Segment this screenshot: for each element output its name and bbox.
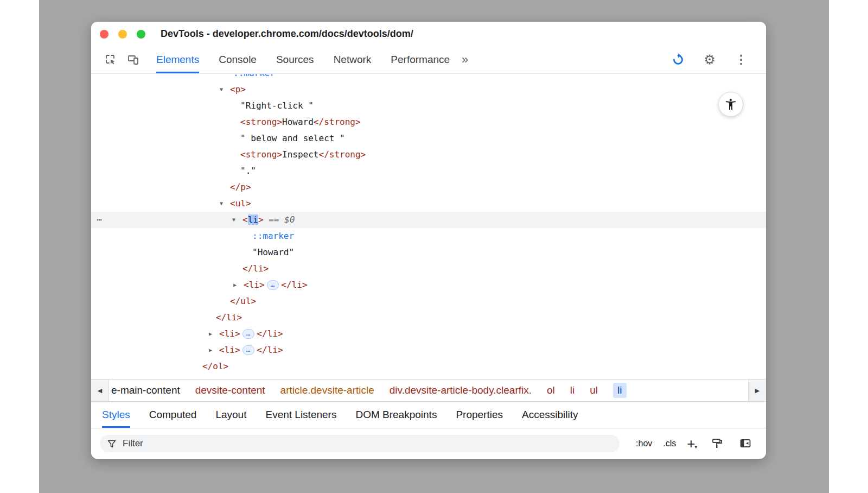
close-button[interactable] [100,30,108,39]
collapsed-content-pill[interactable]: … [242,345,255,355]
dom-tree-row[interactable]: ▶<li>…</li> [91,326,766,342]
expand-arrow-icon[interactable]: ▼ [232,212,242,228]
dom-node-text: <li> [219,328,240,339]
breadcrumb-item[interactable]: article.devsite-article [280,384,374,396]
styles-filter-bar: :hov .cls + ▾ [91,428,766,459]
dom-tree-row[interactable]: ▼<p> [91,81,766,98]
dom-node-text: "Right-click " [240,100,314,111]
dom-tree-row[interactable]: "Howard" [91,244,766,261]
breadcrumb: ◀ e-main-contentdevsite-contentarticle.d… [91,379,766,402]
expand-arrow-icon[interactable]: ▼ [220,195,230,212]
dom-tree-row[interactable]: <strong>Howard</strong> [91,114,766,130]
dom-node-text: " below and select " [240,133,345,143]
paint-roller-icon[interactable] [709,435,726,452]
dom-tree-row[interactable]: "." [91,163,766,179]
row-more-actions-icon[interactable]: ⋯ [97,212,103,228]
sidebar-tab-computed[interactable]: Computed [149,402,197,428]
collapse-arrow-icon[interactable]: ▶ [209,342,219,358]
breadcrumb-scroll-right-button[interactable]: ▶ [748,380,766,401]
dom-tree: ::marker▼<p>"Right-click "<strong>Howard… [91,74,766,379]
sidebar-tab-accessibility[interactable]: Accessibility [522,402,578,428]
dom-tree-row[interactable]: ::marker [91,74,766,81]
collapse-arrow-icon[interactable]: ▶ [209,326,219,342]
tab-performance[interactable]: Performance [391,46,450,73]
breadcrumb-item[interactable]: li [570,384,575,396]
dom-node-text: <ul> [230,198,251,208]
dom-node-text: </li> [257,345,283,355]
sidebar-tab-properties[interactable]: Properties [456,402,503,428]
tab-network[interactable]: Network [334,46,372,73]
collapse-arrow-icon[interactable]: ▶ [233,277,244,293]
device-toolbar-icon[interactable] [125,51,142,68]
new-style-rule-button[interactable]: + ▾ [687,437,698,451]
dom-tree-row[interactable]: </li> [91,261,766,277]
settings-gear-icon[interactable]: ⚙ [701,51,718,68]
tab-console[interactable]: Console [219,46,257,73]
filter-input-wrap [100,435,620,452]
dom-node-text: <strong> [240,117,282,127]
gear-glyph: ⚙ [704,53,716,66]
breadcrumb-item[interactable]: div.devsite-article-body.clearfix. [390,384,532,396]
devtools-window: DevTools - developer.chrome.com/docs/dev… [91,22,766,459]
dom-node-text: </li> [242,263,269,274]
breadcrumb-items: e-main-contentdevsite-contentarticle.dev… [109,380,748,401]
dom-tree-row[interactable]: <strong>Inspect</strong> [91,147,766,163]
main-toolbar: ElementsConsoleSourcesNetworkPerformance… [91,46,766,74]
dom-node-text: Inspect [282,149,318,160]
dom-node-text: "." [240,166,256,176]
accessibility-button[interactable] [718,92,743,117]
breadcrumb-item[interactable]: li [613,383,626,398]
dom-node-text: == [264,214,285,225]
more-tabs-button[interactable]: » [462,53,468,67]
filter-input[interactable] [122,438,612,450]
sidebar-tab-layout[interactable]: Layout [215,402,246,428]
dom-node-text: </li> [257,328,283,339]
dom-tree-row[interactable]: </p> [91,179,766,195]
expand-arrow-icon[interactable]: ▼ [220,81,230,98]
collapsed-content-pill[interactable]: … [242,329,255,339]
dom-tree-row[interactable]: ⋯▼<li> == $0 [91,212,766,228]
sidebar-tab-dom-breakpoints[interactable]: DOM Breakpoints [355,402,437,428]
sidebar-tab-styles[interactable]: Styles [102,402,130,428]
minimize-button[interactable] [118,30,127,39]
dom-node-text: $0 [284,214,295,225]
element-classes-button[interactable]: .cls [663,439,676,448]
update-available-icon[interactable] [669,51,687,68]
dom-tree-panel: ::marker▼<p>"Right-click "<strong>Howard… [91,74,766,379]
dom-tree-row[interactable]: "Right-click " [91,98,766,114]
dom-node-text: </strong> [314,117,361,127]
tab-sources[interactable]: Sources [276,46,314,73]
breadcrumb-item[interactable]: e-main-content [111,384,180,396]
inspect-element-icon[interactable] [102,51,119,68]
dom-node-text: <p> [230,84,246,94]
maximize-button[interactable] [137,30,145,39]
more-options-icon[interactable]: ⋮ [732,51,750,68]
dom-tree-row[interactable]: " below and select " [91,130,766,147]
dom-node-text: </li> [281,280,307,290]
tab-elements[interactable]: Elements [156,46,199,73]
toolbar-right: ⚙ ⋮ [669,46,755,73]
traffic-lights [91,30,145,39]
dom-tree-row[interactable]: </li> [91,309,766,326]
dom-node-text: < [242,214,248,225]
dom-tree-row[interactable]: ▶<li>…</li> [91,342,766,358]
collapsed-content-pill[interactable]: … [267,280,279,290]
accessibility-icon [724,98,737,111]
dom-tree-row[interactable]: </ul> [91,293,766,309]
sidebar-toggle-icon[interactable] [737,435,754,452]
breadcrumb-item[interactable]: devsite-content [195,384,265,396]
dom-tree-row[interactable]: </ol> [91,358,766,375]
dom-node-text: ::marker [233,74,275,78]
dom-node-text: <li> [219,345,240,355]
breadcrumb-item[interactable]: ol [547,384,555,396]
dom-tree-row[interactable]: ::marker [91,228,766,244]
dom-tree-row[interactable]: ▶<li>…</li> [91,277,766,293]
breadcrumb-item[interactable]: ul [590,384,598,396]
dom-tree-row[interactable]: ▼<ul> [91,195,766,212]
breadcrumb-scroll-left-button[interactable]: ◀ [91,380,109,401]
plus-glyph: + [687,437,695,451]
sidebar-tab-event-listeners[interactable]: Event Listeners [265,402,336,428]
caret-icon: ▾ [694,445,697,450]
dom-node-text: "Howard" [252,247,294,257]
toggle-element-state-button[interactable]: :hov [636,439,652,448]
